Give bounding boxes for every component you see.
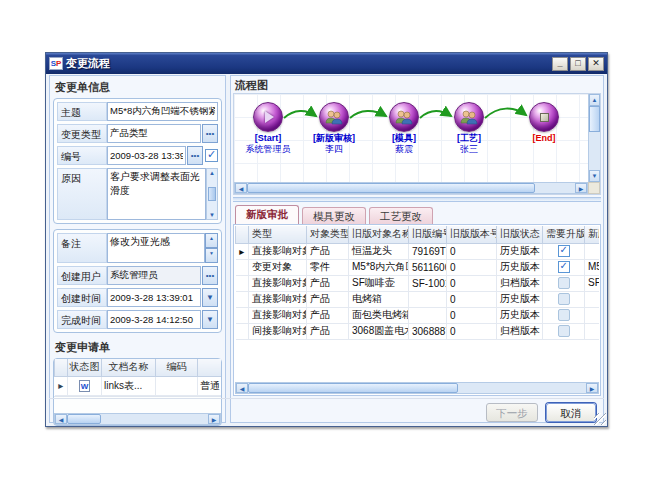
change-process-window: SP 变更流程 _ □ ✕ 变更单信息 主题 变更类型	[45, 52, 608, 427]
upgrade-checkbox[interactable]	[558, 277, 570, 289]
cancel-button[interactable]: 取消	[546, 403, 596, 422]
flow-chart-canvas[interactable]: [Start]系统管理员[新版审核]李四[模具]蔡震[工艺]张三[End]	[234, 94, 588, 182]
cell-new-name	[585, 243, 600, 259]
tab-item[interactable]: 工艺更改	[369, 207, 433, 224]
cell-old-status: 历史版本	[497, 243, 543, 259]
flow-node-ball[interactable]	[454, 102, 484, 132]
scroll-right-icon[interactable]: ▶	[586, 383, 598, 393]
subject-input[interactable]	[107, 102, 218, 121]
impact-grid-row[interactable]: 直接影响对象产品面包类电烤箱0历史版本	[236, 307, 600, 323]
scroll-down-icon[interactable]: ▼	[209, 212, 215, 218]
cell-object-type: 产品	[307, 323, 349, 339]
finish-time-input[interactable]	[107, 310, 201, 329]
flow-node-ball[interactable]	[319, 102, 349, 132]
number-input[interactable]	[107, 146, 186, 165]
cell-old-status: 历史版本	[497, 259, 543, 275]
change-type-picker-button[interactable]: •••	[202, 124, 218, 143]
close-button[interactable]: ✕	[588, 57, 604, 71]
flow-node[interactable]: [新版审核]李四	[302, 102, 366, 154]
grid-column-header[interactable]: 旧版状态	[497, 226, 543, 243]
scroll-thumb[interactable]	[589, 106, 600, 132]
flow-node[interactable]: [End]	[512, 102, 576, 144]
field-number: 编号 •••	[57, 146, 218, 165]
cell-type: 变更对象	[249, 259, 307, 275]
request-table-row[interactable]: ▸Wlinks表...普通	[55, 376, 222, 395]
flow-node[interactable]: [模具]蔡震	[372, 102, 436, 154]
cell-new-name: M5*8内六角凹端不锈钢紧固螺钉	[585, 259, 600, 275]
cell-old-code	[409, 291, 447, 307]
scroll-left-icon[interactable]: ◀	[235, 183, 247, 193]
scroll-thumb[interactable]	[248, 383, 458, 393]
flow-chart-vscrollbar[interactable]: ▲ ▼	[588, 94, 600, 182]
grid-column-header[interactable]: 类型	[249, 226, 307, 243]
reason-scrollbar[interactable]: ▲▼	[206, 168, 218, 220]
scroll-up-icon[interactable]: ▲	[589, 94, 600, 106]
spin-down-icon[interactable]: ▼	[205, 248, 218, 263]
flow-node-ball[interactable]	[389, 102, 419, 132]
request-column-header[interactable]: 状态图	[68, 359, 102, 376]
number-picker-button[interactable]: •••	[187, 146, 203, 165]
screenshot-page: SP 变更流程 _ □ ✕ 变更单信息 主题 变更类型	[0, 0, 660, 477]
cell-type: 直接影响对象	[249, 291, 307, 307]
impact-grid-row[interactable]: 变更对象零件M5*8内六角凹...56116000历史版本M5*8内六角凹端不锈…	[236, 259, 600, 275]
impact-grid-row[interactable]: 直接影响对象产品SF咖啡壶SF-10010归档版本SF咖啡壶	[236, 275, 600, 291]
flow-node[interactable]: [工艺]张三	[437, 102, 501, 154]
spin-up-icon[interactable]: ▲	[205, 233, 218, 248]
scroll-thumb[interactable]	[208, 187, 216, 201]
impact-grid-hscrollbar[interactable]: ◀ ▶	[235, 382, 599, 394]
remark-textarea[interactable]: 修改为亚光感	[107, 233, 205, 263]
tab-item[interactable]: 模具更改	[302, 207, 366, 224]
create-time-dropdown-button[interactable]: ▼	[202, 288, 218, 307]
reason-textarea[interactable]: 客户要求调整表面光滑度	[107, 168, 206, 220]
create-time-label: 创建时间	[57, 288, 107, 307]
flow-chart-hscrollbar[interactable]: ◀ ▶	[234, 182, 588, 194]
grid-column-header[interactable]: 旧版编号	[409, 226, 447, 243]
upgrade-checkbox[interactable]	[558, 325, 570, 337]
create-user-picker-button[interactable]: •••	[202, 266, 218, 285]
grid-column-header[interactable]: 旧版版本号	[447, 226, 497, 243]
upgrade-checkbox[interactable]	[558, 245, 570, 257]
flow-node-ball[interactable]	[529, 102, 559, 132]
scrollbar-corner	[588, 182, 600, 194]
create-user-input[interactable]	[107, 266, 201, 285]
horizontal-splitter[interactable]	[233, 197, 601, 202]
upgrade-checkbox[interactable]	[558, 293, 570, 305]
request-column-header[interactable]	[198, 359, 222, 376]
titlebar[interactable]: SP 变更流程 _ □ ✕	[46, 53, 607, 74]
scroll-up-icon[interactable]: ▲	[209, 170, 215, 176]
impact-grid-row[interactable]: 间接影响对象产品3068圆盖电水壶30688870归档版本	[236, 323, 600, 339]
request-column-header[interactable]: 文档名称	[102, 359, 156, 376]
flow-node[interactable]: [Start]系统管理员	[236, 102, 300, 154]
cell-old-code: 3068887	[409, 323, 447, 339]
grid-column-header[interactable]: 旧版对象名称	[349, 226, 409, 243]
grid-column-header[interactable]: 新版	[585, 226, 600, 243]
impact-grid-clip: 类型对象类型旧版对象名称旧版编号旧版版本号旧版状态需要升版新版 ▸直接影响对象产…	[235, 226, 599, 382]
flow-node-ball[interactable]	[253, 102, 283, 132]
tab-item[interactable]: 新版审批	[235, 205, 299, 224]
scroll-thumb[interactable]	[247, 183, 535, 193]
impact-grid-row[interactable]: ▸直接影响对象产品恒温龙头79169TC0历史版本	[236, 243, 600, 259]
minimize-button[interactable]: _	[552, 57, 568, 71]
finish-time-dropdown-button[interactable]: ▼	[202, 310, 218, 329]
upgrade-checkbox[interactable]	[558, 261, 570, 273]
grid-column-header[interactable]: 对象类型	[307, 226, 349, 243]
scroll-down-icon[interactable]: ▼	[589, 170, 600, 182]
scroll-right-icon[interactable]: ▶	[575, 183, 587, 193]
create-time-input[interactable]	[107, 288, 201, 307]
upgrade-checkbox[interactable]	[558, 309, 570, 321]
resize-grip[interactable]	[594, 413, 606, 425]
scroll-left-icon[interactable]: ◀	[236, 383, 248, 393]
change-type-input[interactable]	[107, 124, 201, 143]
row-selector-header	[55, 359, 68, 376]
next-button[interactable]: 下一步	[486, 403, 538, 422]
request-column-header[interactable]: 编码	[156, 359, 198, 376]
row-selector-cell	[236, 323, 249, 339]
cell-type: 直接影响对象	[249, 275, 307, 291]
row-selector-cell: ▸	[236, 243, 249, 259]
row-selector-cell	[236, 275, 249, 291]
remark-spinner[interactable]: ▲▼	[205, 233, 218, 263]
grid-column-header[interactable]: 需要升版	[543, 226, 585, 243]
impact-grid-row[interactable]: 直接影响对象产品电烤箱0历史版本	[236, 291, 600, 307]
number-checkbox[interactable]	[205, 149, 218, 162]
maximize-button[interactable]: □	[570, 57, 586, 71]
